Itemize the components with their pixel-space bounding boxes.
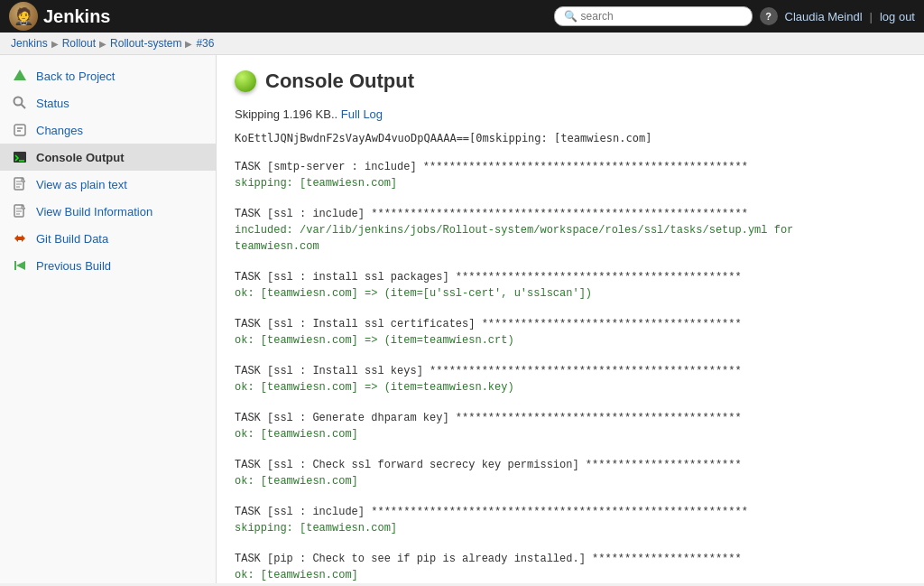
sidebar-label-view-build-info: View Build Information xyxy=(36,205,152,219)
sidebar-label-previous-build: Previous Build xyxy=(36,259,111,273)
svg-marker-18 xyxy=(16,261,25,270)
git-icon xyxy=(11,229,29,247)
console-block-6: TASK [ssl : Check ssl forward secrecy ke… xyxy=(235,457,906,489)
breadcrumb-arrow-1: ▶ xyxy=(51,39,59,49)
search-input[interactable] xyxy=(581,10,743,23)
full-log-link[interactable]: Full Log xyxy=(341,107,383,121)
app-title: Jenkins xyxy=(43,6,110,27)
skip-text: Skipping 1.196 KB.. xyxy=(235,107,337,121)
task-line-2: TASK [ssl : install ssl packages] ******… xyxy=(235,269,906,285)
logout-link[interactable]: log out xyxy=(880,10,915,23)
breadcrumb-jenkins[interactable]: Jenkins xyxy=(11,37,48,50)
content-area: Console Output Skipping 1.196 KB.. Full … xyxy=(217,55,924,583)
search-wrapper: 🔍 ? Claudia Meindl | log out xyxy=(554,6,915,26)
skip-info-line: Skipping 1.196 KB.. Full Log xyxy=(235,107,906,121)
sidebar-label-view-plain: View as plain text xyxy=(36,178,127,191)
console-block-4: TASK [ssl : Install ssl keys] **********… xyxy=(235,363,906,395)
page-title: Console Output xyxy=(265,70,414,93)
breadcrumb-arrow-2: ▶ xyxy=(99,39,106,49)
result-line-1: included: /var/lib/jenkins/jobs/Rollout-… xyxy=(235,222,906,255)
arrow-up-icon xyxy=(11,67,29,85)
task-line-0: TASK [smtp-server : include] ***********… xyxy=(235,159,906,175)
plain-text-icon xyxy=(11,175,29,193)
sidebar-item-changes[interactable]: Changes xyxy=(0,116,216,144)
help-button[interactable]: ? xyxy=(760,7,778,25)
user-area: Claudia Meindl | log out xyxy=(785,10,915,23)
task-line-8: TASK [pip : Check to see if pip is alrea… xyxy=(235,551,906,567)
console-block-0: TASK [smtp-server : include] ***********… xyxy=(235,159,906,191)
result-line-0: skipping: [teamwiesn.com] xyxy=(235,175,906,191)
svg-line-2 xyxy=(22,105,26,109)
jenkins-logo-icon: 🤵 xyxy=(9,2,38,31)
console-block-1: TASK [ssl : include] *******************… xyxy=(235,206,906,255)
topbar: 🤵 Jenkins 🔍 ? Claudia Meindl | log out xyxy=(0,0,924,33)
console-block-8: TASK [pip : Check to see if pip is alrea… xyxy=(235,551,906,583)
breadcrumb-rollout-system[interactable]: Rollout-system xyxy=(110,37,181,50)
user-link[interactable]: Claudia Meindl xyxy=(785,10,863,23)
help-icon: ? xyxy=(765,11,772,22)
magnify-icon xyxy=(11,94,29,112)
separator: | xyxy=(870,10,873,23)
console-block-5: TASK [ssl : Generate dhparam key] ******… xyxy=(235,410,906,442)
task-line-3: TASK [ssl : Install ssl certificates] **… xyxy=(235,316,906,332)
console-output: TASK [smtp-server : include] ***********… xyxy=(235,159,906,583)
task-line-1: TASK [ssl : include] *******************… xyxy=(235,206,906,222)
prev-build-icon xyxy=(11,256,29,274)
search-icon: 🔍 xyxy=(564,10,578,23)
task-line-7: TASK [ssl : include] *******************… xyxy=(235,504,906,520)
result-line-2: ok: [teamwiesn.com] => (item=[u'ssl-cert… xyxy=(235,285,906,302)
svg-point-1 xyxy=(14,98,23,106)
hash-line: KoEttlJQNjBwdnF2sVayAwD4vuoDpQAAAA==[0ms… xyxy=(235,132,906,144)
breadcrumb-rollout[interactable]: Rollout xyxy=(62,37,96,50)
breadcrumb: Jenkins ▶ Rollout ▶ Rollout-system ▶ #36 xyxy=(0,33,924,55)
build-info-icon xyxy=(11,202,29,220)
sidebar-item-view-build-info[interactable]: View Build Information xyxy=(0,198,216,225)
console-block-7: TASK [ssl : include] *******************… xyxy=(235,504,906,536)
sidebar-item-status[interactable]: Status xyxy=(0,89,216,116)
result-line-3: ok: [teamwiesn.com] => (item=teamwiesn.c… xyxy=(235,332,906,349)
main-layout: Back to Project Status Changes xyxy=(0,55,924,583)
sidebar-label-back-to-project: Back to Project xyxy=(36,70,115,83)
breadcrumb-build-number[interactable]: #36 xyxy=(196,37,214,50)
sidebar-item-previous-build[interactable]: Previous Build xyxy=(0,252,216,279)
task-line-4: TASK [ssl : Install ssl keys] **********… xyxy=(235,363,906,379)
result-line-5: ok: [teamwiesn.com] xyxy=(235,426,906,442)
sidebar-item-back-to-project[interactable]: Back to Project xyxy=(0,62,216,89)
sidebar-label-changes: Changes xyxy=(36,124,83,137)
sidebar-label-status: Status xyxy=(36,97,69,110)
sidebar-label-git-build-data: Git Build Data xyxy=(36,232,108,246)
console-block-3: TASK [ssl : Install ssl certificates] **… xyxy=(235,316,906,349)
sidebar-item-git-build-data[interactable]: Git Build Data xyxy=(0,225,216,252)
sidebar: Back to Project Status Changes xyxy=(0,55,217,583)
result-line-6: ok: [teamwiesn.com] xyxy=(235,473,906,489)
result-line-4: ok: [teamwiesn.com] => (item=teamwiesn.k… xyxy=(235,379,906,395)
task-line-5: TASK [ssl : Generate dhparam key] ******… xyxy=(235,410,906,426)
sidebar-label-console-output: Console Output xyxy=(36,151,125,164)
page-header: Console Output xyxy=(235,70,906,93)
sidebar-item-console-output[interactable]: Console Output xyxy=(0,144,216,171)
svg-marker-0 xyxy=(14,70,26,80)
breadcrumb-arrow-3: ▶ xyxy=(185,39,192,49)
sidebar-item-view-plain[interactable]: View as plain text xyxy=(0,171,216,198)
svg-rect-3 xyxy=(14,125,25,135)
search-container: 🔍 xyxy=(554,6,753,26)
changes-icon xyxy=(11,121,29,139)
svg-rect-19 xyxy=(14,261,16,270)
build-status-ball xyxy=(235,70,256,92)
result-line-7: skipping: [teamwiesn.com] xyxy=(235,520,906,536)
result-line-8: ok: [teamwiesn.com] xyxy=(235,567,906,583)
task-line-6: TASK [ssl : Check ssl forward secrecy ke… xyxy=(235,457,906,473)
terminal-icon xyxy=(11,148,29,166)
logo-area: 🤵 Jenkins xyxy=(9,2,110,31)
console-block-2: TASK [ssl : install ssl packages] ******… xyxy=(235,269,906,302)
